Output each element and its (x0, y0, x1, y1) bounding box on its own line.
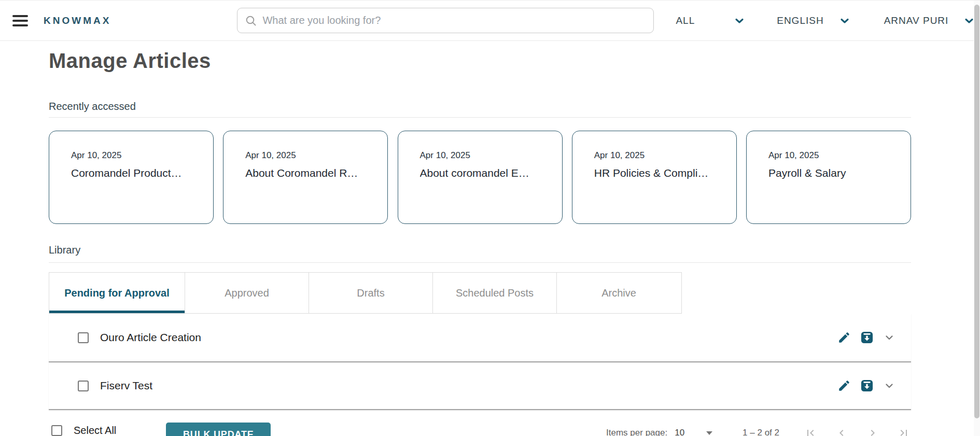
page-range-label: 1 – 2 of 2 (743, 428, 779, 436)
recently-accessed-label: Recently accessed (49, 100, 911, 112)
scope-dropdown-label: ALL (676, 15, 695, 26)
card-date: Apr 10, 2025 (71, 150, 201, 161)
items-per-page-label: Items per page: (606, 428, 667, 436)
recent-article-card[interactable]: Apr 10, 2025 Coromandel Product… (49, 131, 214, 224)
tab-archive[interactable]: Archive (557, 273, 681, 313)
card-title: HR Policies & Compli… (594, 166, 724, 180)
article-title: Ouro Article Creation (100, 331, 201, 344)
library-tabs: Pending for Approval Approved Drafts Sch… (49, 272, 682, 314)
library-label: Library (49, 244, 911, 256)
article-row: Ouro Article Creation (49, 314, 911, 362)
next-page-icon[interactable] (866, 427, 879, 436)
top-bar: KNOWMAX ALL ENGLISH ARNAV PURI (0, 1, 980, 41)
expand-chevron-icon[interactable] (883, 331, 895, 344)
menu-icon[interactable] (12, 15, 28, 26)
select-all-label: Select All (74, 425, 116, 436)
card-title: About coromandel E… (420, 166, 550, 180)
tab-pending-for-approval[interactable]: Pending for Approval (49, 273, 185, 313)
card-date: Apr 10, 2025 (245, 150, 375, 161)
row-checkbox[interactable] (78, 332, 89, 343)
user-dropdown[interactable]: ARNAV PURI (884, 15, 976, 27)
article-row: Fiserv Test (49, 362, 911, 410)
knowmax-logo: KNOWMAX (44, 15, 111, 26)
global-search (237, 8, 654, 33)
scrollbar-thumb[interactable] (974, 5, 979, 418)
card-date: Apr 10, 2025 (768, 150, 898, 161)
chevron-down-icon (733, 15, 746, 27)
archive-icon[interactable] (860, 378, 874, 393)
main-content: Manage Articles Recently accessed Apr 10… (49, 48, 911, 436)
items-per-page-caret-icon[interactable] (706, 431, 712, 435)
row-actions (837, 378, 895, 393)
paginator: Items per page: 10 1 – 2 of 2 (606, 427, 911, 436)
previous-page-icon[interactable] (835, 427, 848, 436)
card-date: Apr 10, 2025 (594, 150, 724, 161)
language-dropdown-label: ENGLISH (777, 15, 823, 26)
list-footer: Select All BULK UPDATE Items per page: 1… (49, 410, 911, 436)
items-per-page-value[interactable]: 10 (675, 428, 684, 436)
page-scrollbar[interactable] (974, 1, 980, 436)
card-date: Apr 10, 2025 (420, 150, 550, 161)
article-title: Fiserv Test (100, 379, 152, 392)
search-icon (245, 15, 257, 27)
select-all: Select All (51, 425, 116, 436)
archive-icon[interactable] (860, 330, 874, 345)
recent-article-card[interactable]: Apr 10, 2025 Payroll & Salary (746, 131, 911, 224)
search-input[interactable] (262, 15, 646, 26)
last-page-icon[interactable] (898, 427, 910, 436)
manage-articles-page: KNOWMAX ALL ENGLISH ARNAV PURI (0, 0, 980, 436)
card-title: Coromandel Product… (71, 166, 201, 180)
tab-approved[interactable]: Approved (185, 273, 309, 313)
first-page-icon[interactable] (804, 427, 817, 436)
recent-article-card[interactable]: Apr 10, 2025 About coromandel E… (398, 131, 563, 224)
card-title: Payroll & Salary (768, 166, 898, 180)
edit-icon[interactable] (837, 379, 851, 392)
user-dropdown-label: ARNAV PURI (884, 15, 949, 26)
chevron-down-icon (838, 15, 851, 27)
scope-dropdown[interactable]: ALL (676, 15, 746, 27)
edit-icon[interactable] (837, 331, 851, 344)
expand-chevron-icon[interactable] (883, 379, 895, 392)
tab-drafts[interactable]: Drafts (309, 273, 433, 313)
page-title: Manage Articles (49, 48, 911, 73)
card-title: About Coromandel R… (245, 166, 375, 180)
language-dropdown[interactable]: ENGLISH (777, 15, 850, 27)
recent-article-card[interactable]: Apr 10, 2025 HR Policies & Compli… (572, 131, 737, 224)
row-checkbox[interactable] (78, 381, 89, 391)
select-all-checkbox[interactable] (51, 425, 62, 436)
divider (49, 117, 911, 118)
bulk-update-button[interactable]: BULK UPDATE (166, 423, 271, 436)
recent-article-card[interactable]: Apr 10, 2025 About Coromandel R… (223, 131, 388, 224)
tab-scheduled-posts[interactable]: Scheduled Posts (433, 273, 557, 313)
recently-accessed-cards: Apr 10, 2025 Coromandel Product… Apr 10,… (49, 131, 911, 224)
divider (49, 262, 911, 263)
row-actions (837, 330, 895, 345)
pager-controls (804, 427, 910, 436)
